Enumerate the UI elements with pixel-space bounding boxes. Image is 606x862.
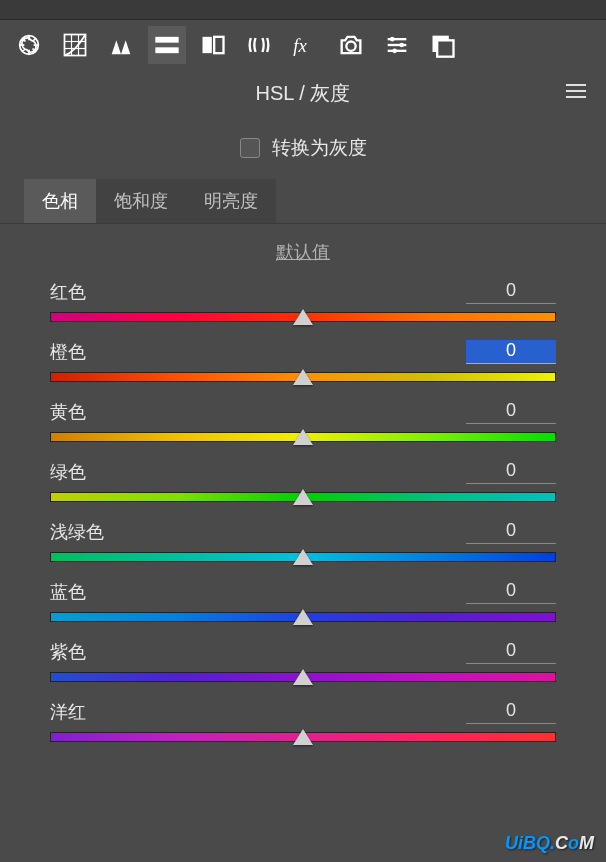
slider-row: 红色0	[50, 280, 556, 322]
slider-label: 红色	[50, 280, 86, 304]
lens-icon[interactable]	[240, 26, 278, 64]
svg-rect-20	[566, 90, 586, 92]
panel-header: HSL / 灰度	[0, 70, 606, 117]
panel-title: HSL / 灰度	[256, 80, 351, 107]
fx-icon[interactable]: fx	[286, 26, 324, 64]
slider-row: 洋红0	[50, 700, 556, 742]
svg-point-16	[392, 49, 397, 54]
svg-text:fx: fx	[293, 35, 307, 56]
slider-label: 紫色	[50, 640, 86, 664]
slider-value[interactable]: 0	[466, 340, 556, 364]
tone-curve-icon[interactable]	[56, 26, 94, 64]
slider-label: 洋红	[50, 700, 86, 724]
sliders-container: 红色0橙色0黄色0绿色0浅绿色0蓝色0紫色0洋红0	[0, 280, 606, 742]
tab-hue[interactable]: 色相	[24, 179, 96, 223]
slider-track[interactable]	[50, 672, 556, 682]
grayscale-checkbox[interactable]	[240, 138, 260, 158]
slider-thumb[interactable]	[293, 309, 313, 325]
basic-icon[interactable]	[10, 26, 48, 64]
slider-value[interactable]: 0	[466, 580, 556, 604]
slider-thumb[interactable]	[293, 549, 313, 565]
slider-row: 紫色0	[50, 640, 556, 682]
slider-row: 橙色0	[50, 340, 556, 382]
slider-thumb[interactable]	[293, 429, 313, 445]
svg-rect-5	[155, 37, 178, 43]
svg-rect-7	[203, 37, 212, 53]
svg-point-15	[399, 43, 404, 48]
menu-icon[interactable]	[566, 84, 586, 104]
toolbar: fx	[0, 20, 606, 70]
slider-value[interactable]: 0	[466, 400, 556, 424]
svg-rect-18	[437, 40, 453, 56]
svg-point-14	[390, 37, 395, 42]
split-tone-icon[interactable]	[194, 26, 232, 64]
tab-saturation[interactable]: 饱和度	[96, 179, 186, 223]
slider-thumb[interactable]	[293, 669, 313, 685]
snapshots-icon[interactable]	[424, 26, 462, 64]
slider-track[interactable]	[50, 432, 556, 442]
slider-track[interactable]	[50, 732, 556, 742]
top-bar	[0, 0, 606, 20]
slider-thumb[interactable]	[293, 369, 313, 385]
slider-value[interactable]: 0	[466, 460, 556, 484]
slider-label: 绿色	[50, 460, 86, 484]
slider-row: 绿色0	[50, 460, 556, 502]
slider-value[interactable]: 0	[466, 520, 556, 544]
detail-icon[interactable]	[102, 26, 140, 64]
slider-value[interactable]: 0	[466, 700, 556, 724]
slider-thumb[interactable]	[293, 609, 313, 625]
tabs: 色相 饱和度 明亮度	[0, 179, 606, 224]
slider-thumb[interactable]	[293, 729, 313, 745]
slider-thumb[interactable]	[293, 489, 313, 505]
slider-track[interactable]	[50, 612, 556, 622]
slider-track[interactable]	[50, 312, 556, 322]
camera-icon[interactable]	[332, 26, 370, 64]
slider-label: 蓝色	[50, 580, 86, 604]
slider-label: 浅绿色	[50, 520, 104, 544]
slider-label: 橙色	[50, 340, 86, 364]
svg-rect-21	[566, 96, 586, 98]
presets-icon[interactable]	[378, 26, 416, 64]
svg-rect-19	[566, 84, 586, 86]
grayscale-label: 转换为灰度	[272, 135, 367, 161]
svg-rect-6	[155, 47, 178, 53]
svg-rect-8	[214, 37, 223, 53]
slider-row: 浅绿色0	[50, 520, 556, 562]
slider-label: 黄色	[50, 400, 86, 424]
default-link[interactable]: 默认值	[0, 224, 606, 280]
slider-track[interactable]	[50, 492, 556, 502]
svg-rect-0	[65, 35, 86, 56]
grayscale-row: 转换为灰度	[0, 117, 606, 179]
slider-row: 蓝色0	[50, 580, 556, 622]
watermark: UiBQ.CoM	[505, 833, 594, 854]
hsl-icon[interactable]	[148, 26, 186, 64]
slider-value[interactable]: 0	[466, 640, 556, 664]
svg-point-10	[346, 42, 355, 51]
slider-value[interactable]: 0	[466, 280, 556, 304]
slider-track[interactable]	[50, 552, 556, 562]
slider-track[interactable]	[50, 372, 556, 382]
slider-row: 黄色0	[50, 400, 556, 442]
tab-luminance[interactable]: 明亮度	[186, 179, 276, 223]
